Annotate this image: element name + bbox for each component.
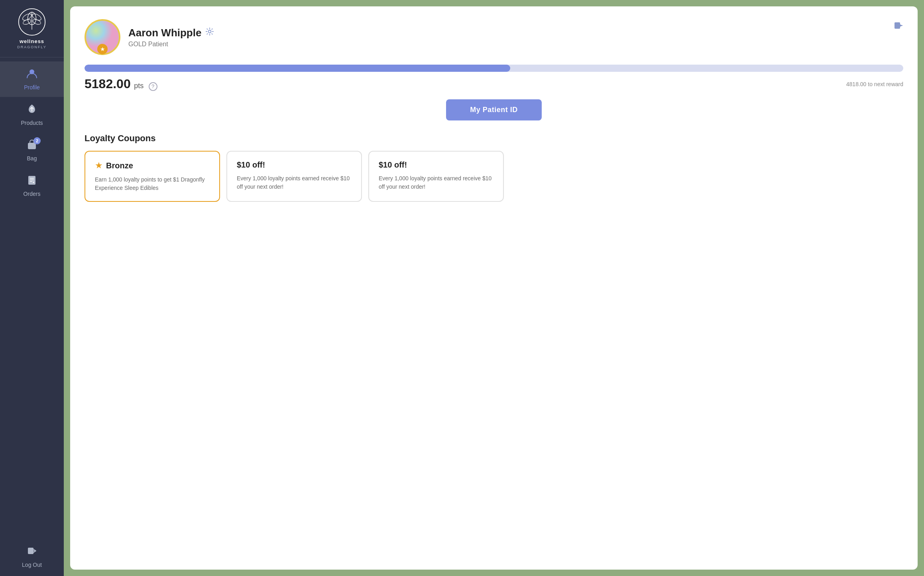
coupon-ten-off-2-title: $10 off! [379, 160, 493, 170]
profile-name-row: Aaron Whipple [128, 27, 214, 39]
logout-button[interactable]: Log Out [22, 545, 42, 568]
export-icon[interactable] [894, 21, 903, 33]
bag-nav-label: Bag [27, 155, 37, 162]
sidebar: wellness DRAGONFLY Profile Products [0, 0, 64, 576]
svg-rect-9 [28, 176, 35, 185]
sidebar-item-orders[interactable]: Orders [0, 168, 64, 203]
profile-name: Aaron Whipple [128, 27, 201, 39]
main-content: ★ Aaron Whipple GOLD Patient [70, 6, 918, 570]
logout-label: Log Out [22, 562, 42, 568]
profile-icon [26, 68, 37, 82]
svg-point-16 [208, 30, 211, 33]
bag-icon: 2 [26, 139, 37, 153]
profile-left: ★ Aaron Whipple GOLD Patient [85, 19, 214, 55]
profile-nav-label: Profile [24, 84, 40, 91]
points-unit: pts [134, 82, 144, 90]
points-row: 5182.00 pts ? 4818.00 to next reward [85, 77, 903, 91]
points-display: 5182.00 pts ? [85, 77, 157, 91]
logo-area: wellness DRAGONFLY [0, 0, 64, 57]
logout-icon [26, 545, 37, 559]
logo-icon [18, 8, 46, 36]
patient-id-section: My Patient ID [85, 99, 903, 120]
coupons-row: ★ Bronze Earn 1,000 loyalty points to ge… [85, 151, 903, 208]
coupon-ten-off-1: $10 off! Every 1,000 loyalty points earn… [226, 151, 362, 202]
settings-icon[interactable] [205, 27, 214, 38]
bronze-star-icon: ★ [95, 160, 103, 171]
coupon-bronze: ★ Bronze Earn 1,000 loyalty points to ge… [85, 151, 220, 202]
avatar-container: ★ [85, 19, 120, 55]
orders-icon [26, 174, 37, 188]
sidebar-item-bag[interactable]: 2 Bag [0, 132, 64, 168]
app-subtitle: DRAGONFLY [4, 45, 60, 49]
orders-nav-label: Orders [24, 191, 41, 197]
app-name: wellness [4, 38, 60, 44]
profile-tier: GOLD Patient [128, 41, 214, 48]
coupon-bronze-title: Bronze [106, 161, 133, 170]
sidebar-bottom: Log Out [0, 537, 64, 576]
progress-bar-container [85, 65, 903, 72]
loyalty-title: Loyalty Coupons [85, 133, 903, 144]
bag-badge: 2 [33, 137, 41, 144]
sidebar-item-products[interactable]: Products [0, 97, 64, 132]
points-help-icon[interactable]: ? [149, 82, 157, 91]
coupon-overflow-hint [510, 151, 522, 202]
patient-id-button[interactable]: My Patient ID [446, 99, 542, 120]
main-wrapper: ★ Aaron Whipple GOLD Patient [64, 0, 924, 576]
coupon-ten-off-1-title: $10 off! [237, 160, 352, 170]
points-to-next: 4818.00 to next reward [846, 81, 903, 87]
coupon-ten-off-1-desc: Every 1,000 loyalty points earned receiv… [237, 174, 352, 191]
points-section: 5182.00 pts ? 4818.00 to next reward [85, 65, 903, 91]
progress-bar-fill [85, 65, 510, 72]
coupon-ten-off-2: $10 off! Every 1,000 loyalty points earn… [368, 151, 504, 202]
profile-header: ★ Aaron Whipple GOLD Patient [85, 19, 903, 55]
coupon-bronze-header: ★ Bronze [95, 160, 210, 171]
nav-menu: Profile Products 2 Bag [0, 57, 64, 537]
coupon-bronze-desc: Earn 1,000 loyalty points to get $1 Drag… [95, 176, 210, 192]
profile-info: Aaron Whipple GOLD Patient [128, 27, 214, 48]
coupon-ten-off-2-desc: Every 1,000 loyalty points earned receiv… [379, 174, 493, 191]
loyalty-section: Loyalty Coupons ★ Bronze Earn 1,000 loya… [85, 133, 903, 208]
products-icon [26, 103, 37, 117]
products-nav-label: Products [21, 120, 43, 126]
avatar-star-badge: ★ [97, 44, 108, 54]
sidebar-item-profile[interactable]: Profile [0, 61, 64, 97]
points-value: 5182.00 [85, 77, 131, 91]
